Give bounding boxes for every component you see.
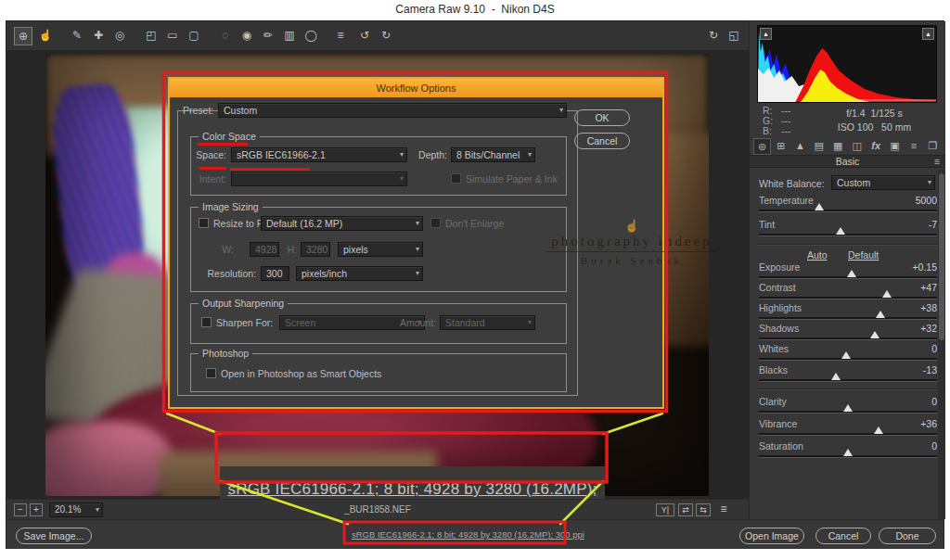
rotate-right-button[interactable]: ↻ <box>377 27 395 45</box>
zoom-tool[interactable]: ⊕ <box>14 27 32 45</box>
white-balance-select[interactable]: Custom ▾ <box>831 175 935 190</box>
height-label: H: <box>284 243 297 257</box>
tab-snapshots[interactable]: ❐ <box>924 138 942 155</box>
width-label: W: <box>219 243 234 257</box>
slider-thumb[interactable] <box>843 404 853 412</box>
tab-hsl-grayscale[interactable]: ▤ <box>810 138 828 155</box>
chevron-down-icon: ▾ <box>528 316 532 329</box>
tab-split-toning[interactable]: ▦ <box>829 138 847 155</box>
fullscreen-toggle-icon[interactable]: ◱ <box>725 27 743 45</box>
window-title: Camera Raw 9.10 - Nikon D4S <box>0 0 950 20</box>
tab-presets[interactable]: ≡ <box>905 138 923 155</box>
iso-info: ISO 100 50 mm <box>809 121 940 133</box>
open-image-button[interactable]: Open Image <box>739 528 804 544</box>
slider-thumb[interactable] <box>831 373 841 380</box>
tab-basic[interactable]: ⊚ <box>753 138 771 155</box>
slider-thumb[interactable] <box>847 270 856 277</box>
slider-track[interactable] <box>759 234 937 235</box>
resolution-field[interactable]: 300 <box>261 266 289 281</box>
tab-tone-curve[interactable]: ⊞ <box>772 138 790 155</box>
default-link[interactable]: Default <box>848 249 879 261</box>
slider-thumb[interactable] <box>841 351 851 359</box>
width-field: 4928 <box>250 242 279 257</box>
before-after-toggle-icon[interactable]: Y| <box>656 503 674 516</box>
watermark-hand-icon: ☝ <box>546 219 718 234</box>
b-value: --- <box>781 125 791 136</box>
auto-link[interactable]: Auto <box>807 249 828 261</box>
toolbar: ⊕ ☝ ✎ ✚ ◎ ◰ ▭ ▢ ◌ ◉ ✏ ▥ ◯ ≡ ↺ ↻ ↻ ◱ <box>6 21 749 51</box>
done-button[interactable]: Done <box>879 528 936 544</box>
slider-track[interactable] <box>759 379 937 381</box>
panel-menu-icon[interactable]: ≡ <box>934 156 940 168</box>
slider-track[interactable] <box>759 337 937 339</box>
tab-effects[interactable]: fx <box>867 138 885 155</box>
slider-thumb[interactable] <box>882 290 892 298</box>
highlight-clipping-toggle[interactable]: ▲ <box>922 28 934 40</box>
panel-scrollbar[interactable] <box>938 170 945 519</box>
highlights-slider: Highlights+38 <box>759 302 937 321</box>
space-label: Space: <box>193 148 226 162</box>
red-eye-tool[interactable]: ◉ <box>238 27 256 45</box>
slider-track[interactable] <box>759 433 937 435</box>
chevron-down-icon: ▾ <box>416 243 419 256</box>
slider-track[interactable] <box>759 297 937 299</box>
preset-select[interactable]: Custom ▾ <box>218 103 567 118</box>
color-sampler-tool[interactable]: ✚ <box>89 27 108 45</box>
shadow-clipping-toggle[interactable]: ▲ <box>760 28 772 40</box>
size-unit-select[interactable]: pixels ▾ <box>338 242 423 257</box>
vibrance-slider: Vibrance+36 <box>759 418 937 437</box>
tab-camera-calibration[interactable]: ▣ <box>886 138 904 155</box>
space-select[interactable]: sRGB IEC61966-2.1 ▾ <box>231 147 407 162</box>
tab-lens-corrections[interactable]: ◫ <box>848 138 866 155</box>
slider-thumb[interactable] <box>843 449 853 456</box>
slider-track[interactable] <box>759 210 937 211</box>
spot-removal-tool[interactable]: ◌ <box>216 27 235 45</box>
divider <box>757 244 938 245</box>
preview-settings-icon[interactable]: ≡ <box>715 503 732 516</box>
cancel-button[interactable]: Cancel <box>574 133 630 149</box>
dont-enlarge-label: Don't Enlarge <box>445 217 504 231</box>
cancel-button-main[interactable]: Cancel <box>815 528 871 544</box>
resize-to-fit-checkbox[interactable] <box>199 218 209 228</box>
smart-objects-checkbox[interactable] <box>206 368 216 378</box>
slider-thumb[interactable] <box>870 331 879 338</box>
swap-settings-icon[interactable]: ⇄ <box>678 503 693 516</box>
basic-panel-header: Basic ≡ <box>750 155 945 168</box>
adjustments-panel: ▲ ▲ R: --- G: --- B: --- f/1.4 1/125 s I… <box>749 21 945 519</box>
depth-select[interactable]: 8 Bits/Channel ▾ <box>451 147 535 162</box>
tint-slider: Tint-7 <box>759 219 937 237</box>
save-image-button[interactable]: Save Image... <box>16 528 92 544</box>
workflow-options-link[interactable]: sRGB IEC61966-2.1; 8 bit; 4928 by 3280 (… <box>352 529 584 540</box>
transform-tool[interactable]: ▢ <box>185 27 203 45</box>
resolution-unit-select[interactable]: pixels/inch ▾ <box>296 266 423 281</box>
preferences-button[interactable]: ≡ <box>331 27 350 45</box>
slider-track[interactable] <box>759 317 937 319</box>
ok-button[interactable]: OK <box>574 109 630 126</box>
straighten-tool[interactable]: ▭ <box>163 27 182 45</box>
targeted-adjustment-tool[interactable]: ◎ <box>110 27 129 45</box>
slider-thumb[interactable] <box>874 426 883 434</box>
preview-cycle-icon[interactable]: ↻ <box>704 27 723 45</box>
slider-thumb[interactable] <box>836 227 845 235</box>
white-balance-tool[interactable]: ✎ <box>68 27 86 45</box>
camera-raw-screenshot: { "colors": { "accent_orange": "#f3a81f"… <box>0 0 950 560</box>
adjustment-brush-tool[interactable]: ✏ <box>259 27 277 45</box>
radial-filter-tool[interactable]: ◯ <box>302 27 320 45</box>
graduated-filter-tool[interactable]: ▥ <box>280 27 299 45</box>
scrollbar-thumb[interactable] <box>939 173 944 340</box>
exposure-slider: Exposure+0.15 <box>759 261 937 280</box>
sharpen-for-checkbox[interactable] <box>201 317 212 327</box>
rotate-left-button[interactable]: ↺ <box>355 27 374 45</box>
slider-thumb[interactable] <box>815 203 824 210</box>
tab-detail[interactable]: ▲ <box>791 138 809 155</box>
watermark: ☝ photography indeep Burak Şenbak <box>546 219 718 266</box>
copy-settings-icon[interactable]: ⇆ <box>696 503 711 516</box>
amount-label: Amount: <box>395 316 436 330</box>
hand-tool[interactable]: ☝ <box>36 27 55 45</box>
slider-thumb[interactable] <box>876 311 885 318</box>
chevron-down-icon: ▾ <box>400 172 404 185</box>
resize-to-fit-select[interactable]: Default (16.2 MP) ▾ <box>261 216 423 231</box>
histogram-plot <box>758 26 936 102</box>
photoshop-group: Photoshop Open in Photoshop as Smart Obj… <box>190 353 567 392</box>
crop-tool[interactable]: ◰ <box>142 27 160 45</box>
